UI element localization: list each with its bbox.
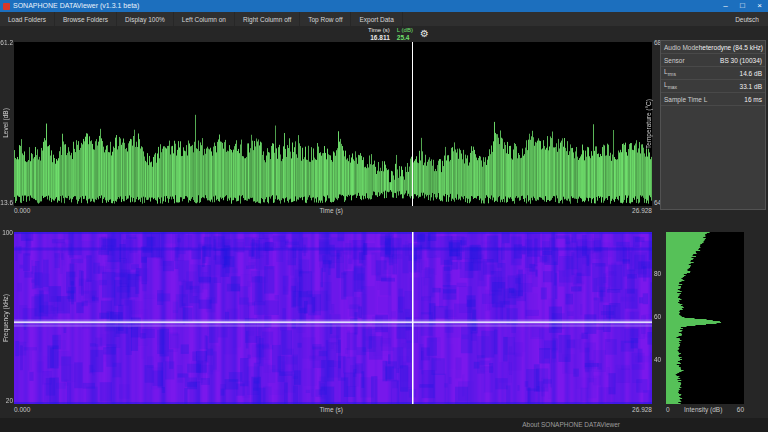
close-button[interactable]: × bbox=[751, 0, 768, 12]
intensity-x-axis-label: Intensity (dB) bbox=[684, 406, 722, 414]
freq-ymin-tick: 20 bbox=[0, 397, 13, 405]
frequency-axis-label: Frequency (kHz) bbox=[1, 275, 11, 361]
menu-top-row[interactable]: Top Row off bbox=[300, 12, 351, 26]
spectrogram-x-axis: 0.000 Time (s) 26.928 bbox=[14, 406, 652, 414]
sample-time-label: Sample Time L bbox=[664, 96, 707, 103]
intensity-xmax-tick: 60 bbox=[737, 406, 744, 414]
level-ymax-tick: 61.2 bbox=[0, 39, 13, 47]
menu-export-data[interactable]: Export Data bbox=[351, 12, 402, 26]
menu-bar: Load Folders Browse Folders Display 100%… bbox=[0, 12, 768, 26]
level-readout: L (dB) 25.4 bbox=[397, 27, 413, 41]
level-readout-label: L (dB) bbox=[397, 27, 413, 34]
info-row-sample-time: Sample Time L 16 ms bbox=[661, 93, 765, 106]
menu-load-folders[interactable]: Load Folders bbox=[0, 12, 55, 26]
menu-display-zoom[interactable]: Display 100% bbox=[117, 12, 174, 26]
lmax-value: 33.1 dB bbox=[740, 83, 762, 90]
info-row-lrms: Lrms 14.6 dB bbox=[661, 67, 765, 80]
sample-time-value: 16 ms bbox=[744, 96, 762, 103]
settings-gear-icon[interactable]: ⚙ bbox=[420, 28, 429, 40]
spectrogram-xmin-tick: 0.000 bbox=[14, 406, 30, 414]
spectrogram-x-axis-label: Time (s) bbox=[319, 406, 343, 414]
menu-browse-folders[interactable]: Browse Folders bbox=[55, 12, 117, 26]
app-logo-icon bbox=[3, 3, 10, 10]
sensor-label: Sensor bbox=[664, 57, 685, 64]
time-readout-label: Time (s) bbox=[368, 27, 390, 34]
level-xmax-tick: 26.928 bbox=[632, 207, 652, 215]
minimize-button[interactable]: – bbox=[717, 0, 734, 12]
maximize-button[interactable]: □ bbox=[734, 0, 751, 12]
spectrogram-canvas[interactable] bbox=[14, 232, 652, 404]
spectrogram-xmax-tick: 26.928 bbox=[632, 406, 652, 414]
intensity-xmin-tick: 0 bbox=[666, 406, 670, 414]
menu-language-toggle[interactable]: Deutsch bbox=[726, 12, 768, 26]
info-row-sensor: Sensor BS 30 (10034) bbox=[661, 54, 765, 67]
temperature-axis-label: Temperature (°C) bbox=[644, 81, 654, 167]
time-readout-value: 16.811 bbox=[368, 34, 390, 41]
freq-ymax-tick: 100 bbox=[0, 229, 13, 237]
measurement-info-panel: Audio Mode heterodyne (84.5 kHz) Sensor … bbox=[660, 40, 766, 210]
window-controls: – □ × bbox=[717, 0, 768, 12]
info-row-audio-mode: Audio Mode heterodyne (84.5 kHz) bbox=[661, 41, 765, 54]
intensity-freq-tick-60: 60 bbox=[654, 313, 661, 321]
level-x-axis: 0.000 Time (s) 26.928 bbox=[14, 207, 652, 215]
intensity-x-axis: 0 Intensity (dB) 60 bbox=[666, 406, 744, 414]
intensity-freq-tick-40: 40 bbox=[654, 356, 661, 364]
level-readout-value: 25.4 bbox=[397, 34, 413, 41]
menu-right-column[interactable]: Right Column off bbox=[235, 12, 300, 26]
title-bar: SONAPHONE DATAViewer (v1.3.1 beta) – □ × bbox=[0, 0, 768, 12]
level-axis-label: Level (dB) bbox=[1, 86, 11, 160]
level-chart-canvas[interactable] bbox=[14, 42, 652, 206]
status-bar: About SONAPHONE DATAViewer bbox=[0, 418, 768, 432]
level-ymin-tick: 13.6 bbox=[0, 199, 13, 207]
sensor-value: BS 30 (10034) bbox=[720, 57, 762, 64]
time-readout: Time (s) 16.811 bbox=[368, 27, 390, 41]
level-x-axis-label: Time (s) bbox=[319, 207, 343, 215]
menu-left-column[interactable]: Left Column on bbox=[174, 12, 235, 26]
lrms-value: 14.6 dB bbox=[740, 70, 762, 77]
lmax-label: Lmax bbox=[664, 81, 677, 90]
audio-mode-value: heterodyne (84.5 kHz) bbox=[699, 44, 763, 51]
intensity-canvas[interactable] bbox=[666, 232, 744, 404]
level-xmin-tick: 0.000 bbox=[14, 207, 30, 215]
intensity-freq-tick-80: 80 bbox=[654, 270, 661, 278]
window-title: SONAPHONE DATAViewer (v1.3.1 beta) bbox=[13, 0, 139, 12]
cursor-readout: Time (s) 16.811 L (dB) 25.4 ⚙ bbox=[368, 27, 429, 41]
info-row-lmax: Lmax 33.1 dB bbox=[661, 80, 765, 93]
lrms-label: Lrms bbox=[664, 68, 676, 77]
about-link[interactable]: About SONAPHONE DATAViewer bbox=[522, 418, 620, 432]
audio-mode-label: Audio Mode bbox=[664, 44, 699, 51]
